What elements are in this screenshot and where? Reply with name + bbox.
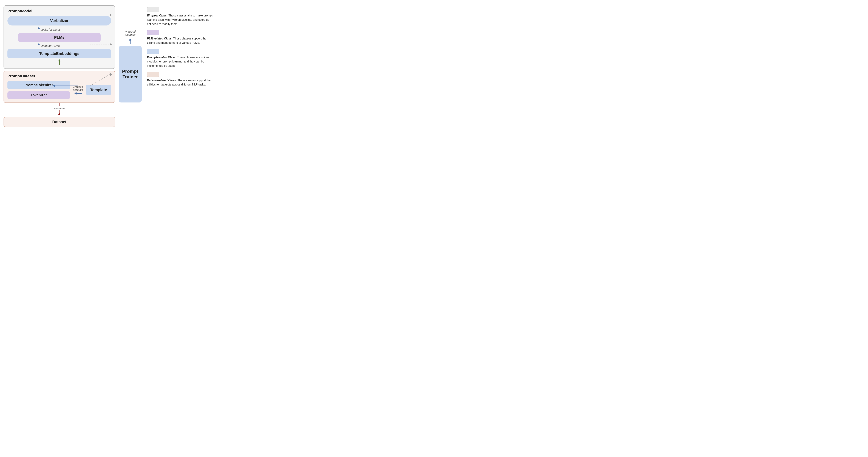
- green-arrow-area: [7, 59, 111, 65]
- legend-item-2: Prompt-related Class: These classes are …: [147, 49, 213, 68]
- logits-label: logits for words: [41, 28, 61, 31]
- legend-text-2: Prompt-related Class: These classes are …: [147, 55, 213, 68]
- input-arrowhead: [37, 43, 40, 45]
- wrapped-example-label: wrappedexample: [73, 85, 83, 91]
- verbalizer-box: Verbalizer: [7, 16, 111, 26]
- example-label: example: [54, 107, 65, 110]
- legend-bold-0: Wrapper Class:: [147, 14, 168, 17]
- diagram-left: PromptModel Verbalizer logits for words …: [4, 5, 115, 127]
- green-shaft: [59, 61, 60, 65]
- legend-item-1: PLM-related Class: These classes support…: [147, 30, 213, 45]
- legend-items: Wrapper Class: These classes aim to make…: [147, 7, 213, 87]
- wrapped-example-arrow-area: wrappedexample: [73, 85, 83, 95]
- right-col: Template: [86, 85, 111, 95]
- legend-item-3: Dataset-related Class: These classes sup…: [147, 72, 213, 87]
- plms-box: PLMs: [18, 33, 101, 42]
- wrapped-example-right-label: wrappedexample: [125, 30, 135, 36]
- green-arrowhead: [58, 59, 61, 61]
- legend-section: Wrapper Class: These classes aim to make…: [147, 5, 213, 91]
- legend-bold-2: Prompt-related Class:: [147, 56, 177, 59]
- prompt-trainer-box: Prompt Trainer: [119, 46, 142, 102]
- legend-color-box-3: [147, 72, 159, 77]
- left-shaft: [76, 93, 82, 94]
- logits-arrow-row: logits for words: [7, 27, 111, 32]
- prompt-trainer-label: Prompt Trainer: [122, 69, 139, 80]
- legend-text-1: PLM-related Class: These classes support…: [147, 36, 213, 45]
- logits-arrowhead: [37, 27, 40, 29]
- legend-bold-1: PLM-related Class:: [147, 37, 173, 40]
- example-shaft-bottom: [59, 110, 60, 113]
- template-box: Template: [86, 85, 111, 95]
- prompt-model-label: PromptModel: [7, 9, 111, 13]
- example-shaft-top: [59, 103, 60, 106]
- trainer-arrow: [129, 38, 131, 44]
- input-shaft: [39, 45, 39, 48]
- legend-color-box-1: [147, 30, 159, 35]
- left-col: PromptTokenizer Tokenizer: [7, 81, 70, 99]
- left-arrow-row: [74, 92, 82, 95]
- dataset-box: Dataset: [4, 117, 115, 127]
- trainer-arrowhead: [129, 38, 131, 40]
- diagram-section: PromptModel Verbalizer logits for words …: [4, 5, 142, 127]
- trainer-col: wrappedexample Prompt Trainer: [119, 30, 142, 102]
- example-arrow-area: example: [4, 103, 115, 115]
- prompt-dataset-label: PromptDataset: [7, 74, 111, 78]
- legend-color-box-0: [147, 7, 159, 12]
- trainer-shaft: [130, 40, 130, 44]
- legend-item-0: Wrapper Class: These classes aim to make…: [147, 7, 213, 26]
- legend-text-0: Wrapper Class: These classes aim to make…: [147, 13, 213, 26]
- prompt-tokenizer-box: PromptTokenizer: [7, 81, 70, 89]
- legend-color-box-2: [147, 49, 159, 54]
- dataset-inner: PromptTokenizer Tokenizer wrappedexample: [7, 81, 111, 99]
- legend-text-3: Dataset-related Class: These classes sup…: [147, 78, 213, 87]
- legend-bold-3: Dataset-related Class:: [147, 79, 177, 82]
- tokenizer-box: Tokenizer: [7, 91, 70, 99]
- logits-shaft: [39, 29, 39, 32]
- input-arrow-row: input for PLMs: [7, 43, 111, 48]
- diagram-wrapper: PromptModel Verbalizer logits for words …: [4, 5, 142, 127]
- prompt-dataset-box: PromptDataset PromptTokenizer Tokenizer …: [4, 71, 115, 103]
- left-arrowhead: [74, 92, 76, 95]
- prompt-model-box: PromptModel Verbalizer logits for words …: [4, 5, 115, 69]
- diagram-right: wrappedexample Prompt Trainer: [119, 5, 142, 127]
- input-label: input for PLMs: [41, 44, 60, 47]
- template-embeddings-box: TemplateEmbeddings: [7, 49, 111, 58]
- example-col: example: [54, 103, 65, 115]
- example-arrowhead: [58, 113, 61, 115]
- diagram-main: PromptModel Verbalizer logits for words …: [4, 5, 142, 127]
